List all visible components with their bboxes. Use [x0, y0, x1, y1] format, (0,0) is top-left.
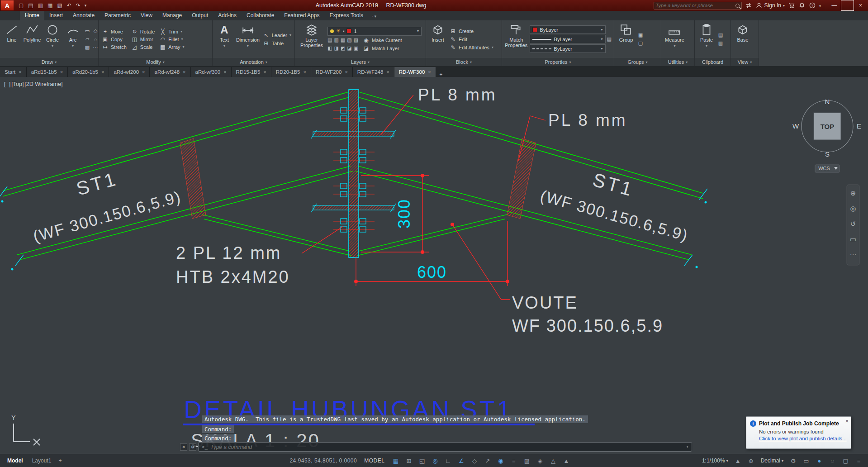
application-menu-button[interactable]: A: [1, 0, 14, 10]
search-icon[interactable]: [735, 4, 740, 8]
tab-close-icon[interactable]: [101, 69, 104, 75]
file-tab[interactable]: aRd-wf248: [150, 67, 190, 77]
ribbon-tab[interactable]: Output: [187, 11, 213, 20]
3d-object-snap-icon[interactable]: △: [546, 456, 560, 466]
panel-label-draw[interactable]: Draw: [0, 58, 98, 66]
layer-properties-button[interactable]: Layer Properties: [297, 22, 326, 57]
tab-close-icon[interactable]: [142, 69, 145, 75]
dimension-button[interactable]: Dimension: [235, 22, 261, 57]
trim-tool[interactable]: ╳ Trim: [158, 28, 185, 35]
file-tab[interactable]: RD-WF200: [311, 67, 353, 77]
isometric-drafting-icon[interactable]: ◇: [468, 456, 481, 466]
workspace-icon[interactable]: ⚙: [787, 456, 800, 466]
viewport-minimize-control[interactable]: [−]: [4, 81, 10, 87]
viewport-visual-style-control[interactable]: [2D Wireframe]: [24, 81, 62, 87]
ellipse-icon[interactable]: ◇: [92, 28, 99, 35]
command-input-bar[interactable]: >_ ▾: [198, 442, 692, 452]
rectangle-icon[interactable]: ▭: [84, 28, 91, 35]
qnew-icon[interactable]: ▢: [16, 2, 26, 9]
sign-in-button[interactable]: Sign In: [755, 2, 785, 9]
model-space-viewport[interactable]: [−][Top][2D Wireframe]: [0, 77, 868, 454]
plot-icon[interactable]: ▧: [55, 2, 64, 9]
line-button[interactable]: Line: [2, 22, 21, 57]
ribbon-tab[interactable]: Annotate: [68, 11, 100, 20]
viewport-view-control[interactable]: [Top]: [11, 81, 24, 87]
linetype-dropdown[interactable]: ByLayer ▾: [530, 44, 606, 53]
panel-label-block[interactable]: Block: [426, 58, 502, 66]
tab-close-icon[interactable]: [345, 69, 347, 75]
layer-dropdown[interactable]: ☀ ▪ 1 ▾: [327, 27, 422, 36]
polyline-button[interactable]: Polyline: [23, 22, 42, 57]
insert-button[interactable]: Insert: [428, 22, 447, 57]
navigation-bar[interactable]: ⊕ ◎ ↺ ▭ ⋯: [847, 185, 859, 265]
new-layout-button[interactable]: +: [56, 457, 64, 464]
app-store-cart-icon[interactable]: [788, 2, 795, 9]
ribbon-tab[interactable]: Add-ins: [213, 11, 242, 20]
move-tool[interactable]: + Move: [101, 28, 128, 35]
measure-button[interactable]: Measure: [664, 22, 686, 57]
annotation-visibility-icon[interactable]: ▲: [731, 456, 745, 466]
exchange-apps-icon[interactable]: [745, 2, 752, 9]
customization-icon[interactable]: ≡: [852, 456, 865, 466]
file-tab[interactable]: RD-WF248: [353, 67, 394, 77]
panel-label-utilities[interactable]: Utilities: [661, 58, 694, 66]
tab-close-icon[interactable]: [183, 69, 185, 75]
help-icon[interactable]: ?: [809, 2, 816, 9]
lineweight-icon[interactable]: ≡: [507, 456, 520, 466]
gradient-icon[interactable]: ▩: [84, 44, 91, 51]
file-tab[interactable]: aRd15-1b5: [27, 67, 68, 77]
panel-label-clipboard[interactable]: Clipboard: [695, 58, 730, 66]
graphics-performance-icon[interactable]: ●: [813, 456, 826, 466]
file-tab[interactable]: RD-WF300: [394, 67, 436, 77]
table-button[interactable]: ⊞ Table: [262, 40, 292, 47]
tab-close-icon[interactable]: [303, 69, 306, 75]
notifications-bell-icon[interactable]: [798, 2, 806, 9]
pan-icon[interactable]: ◎: [850, 205, 856, 212]
match-layer-button[interactable]: ◪ Match Layer: [362, 45, 400, 52]
help-dropdown-icon[interactable]: [819, 2, 821, 9]
search-input[interactable]: [656, 3, 735, 8]
popup-details-link[interactable]: Click to view plot and publish details..…: [759, 436, 847, 441]
layout1-tab[interactable]: Layout1: [28, 457, 56, 464]
orbit-icon[interactable]: ▭: [850, 235, 856, 243]
ortho-icon[interactable]: ∟: [441, 456, 455, 466]
ribbon-tab[interactable]: Manage: [157, 11, 187, 20]
panel-label-groups[interactable]: Groups: [614, 58, 661, 66]
panel-label-annotation[interactable]: Annotation: [213, 58, 294, 66]
snap-icon[interactable]: ⊞: [402, 456, 415, 466]
array-tool[interactable]: ▦ Array: [158, 43, 185, 51]
autoscale-icon[interactable]: ⊕: [745, 456, 758, 466]
lineweight-dropdown[interactable]: ByLayer ▾: [530, 35, 606, 43]
command-input[interactable]: [210, 444, 683, 450]
properties-list-icon[interactable]: ▤: [607, 36, 612, 42]
model-tab[interactable]: Model: [3, 457, 28, 464]
file-tab[interactable]: aRd20-1b5: [68, 67, 109, 77]
tab-close-icon[interactable]: [386, 69, 389, 75]
annotation-scale-icon[interactable]: ▭: [800, 456, 813, 466]
base-button[interactable]: Base: [733, 22, 752, 57]
view-compass[interactable]: TOP N W E S WCS: [792, 98, 861, 172]
steering-wheel-icon[interactable]: ⊕: [850, 189, 856, 197]
rotate-tool[interactable]: ↻ Rotate: [130, 28, 156, 35]
tab-close-icon[interactable]: [60, 69, 63, 75]
revcloud-icon[interactable]: ◌: [92, 36, 99, 43]
ribbon-display-toggle[interactable]: ◦ ▾: [368, 14, 380, 20]
ribbon-tab[interactable]: View: [136, 11, 157, 20]
new-tab-button[interactable]: +: [436, 71, 446, 77]
fillet-tool[interactable]: ◠ Fillet: [158, 36, 185, 43]
ribbon-tab[interactable]: Express Tools: [324, 11, 368, 20]
ribbon-tab[interactable]: Featured Apps: [279, 11, 324, 20]
showmotion-icon[interactable]: ⋯: [850, 251, 857, 258]
scale-tool[interactable]: ◿ Scale: [130, 43, 156, 51]
create-block-button[interactable]: ⊞ Create: [449, 28, 494, 35]
leader-button[interactable]: ↖ Leader: [262, 32, 292, 39]
more-draw-icon[interactable]: ⋯: [92, 44, 99, 51]
command-customize-icon[interactable]: ⚙: [189, 443, 196, 451]
tab-close-icon[interactable]: [19, 69, 21, 75]
redo-icon[interactable]: ↷: [74, 2, 83, 9]
file-tab[interactable]: aRd-wf300: [191, 67, 232, 77]
file-tab[interactable]: RD20-1B5: [271, 67, 311, 77]
object-snap-icon[interactable]: ◉: [494, 456, 507, 466]
save-as-icon[interactable]: ▦: [45, 2, 55, 9]
tab-close-icon[interactable]: [428, 69, 431, 75]
